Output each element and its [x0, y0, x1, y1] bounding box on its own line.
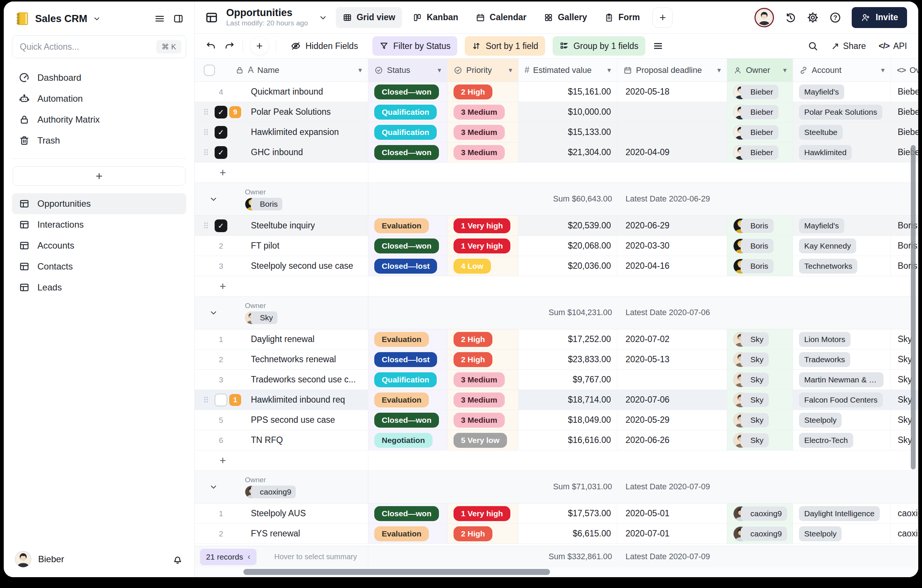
table-row[interactable]: ✓Hawklimited expansion Qualification 3 M…: [195, 122, 918, 142]
vertical-scrollbar[interactable]: [911, 145, 915, 469]
api-button[interactable]: </> API: [879, 41, 907, 51]
owner-cell[interactable]: Sky: [727, 350, 793, 370]
status-cell[interactable]: Evaluation: [368, 329, 448, 350]
name-cell[interactable]: 3Tradeworks second use c...: [195, 370, 368, 390]
active-collaborator-avatar[interactable]: [755, 8, 774, 27]
account-cell[interactable]: Mayfield's: [793, 82, 891, 102]
tab-gallery[interactable]: Gallery: [537, 7, 594, 28]
sidebar-item-leads[interactable]: Leads: [12, 277, 186, 298]
status-cell[interactable]: Qualification: [368, 370, 448, 390]
table-row[interactable]: 3Tradeworks second use c... Qualificatio…: [195, 370, 918, 390]
name-cell[interactable]: ✓Steeltube inquiry: [195, 216, 368, 236]
ov-cell[interactable]: caoxing9: [891, 503, 918, 524]
proposal-deadline-cell[interactable]: 2020-07-02: [617, 329, 727, 350]
owner-cell[interactable]: Sky: [727, 370, 793, 390]
owner-cell[interactable]: Bieber: [727, 122, 793, 142]
table-row[interactable]: 4Quickmart inbound Closed—won 2 High $15…: [195, 82, 918, 102]
drag-handle[interactable]: [203, 128, 213, 137]
estimated-value-cell[interactable]: $20,539.00: [518, 216, 617, 236]
estimated-value-cell[interactable]: $20,036.00: [518, 256, 617, 276]
owner-cell[interactable]: Sky: [727, 390, 793, 410]
drag-handle[interactable]: [203, 395, 213, 405]
estimated-value-cell[interactable]: $6,615.00: [518, 524, 617, 544]
group-owner-chip[interactable]: Sky: [245, 311, 278, 324]
add-table-button[interactable]: +: [13, 167, 185, 186]
workspace-name[interactable]: Sales CRM: [35, 13, 87, 24]
collapse-sidebar-icon[interactable]: [173, 13, 184, 24]
proposal-deadline-cell[interactable]: [617, 122, 727, 142]
group-sum[interactable]: Sum $104,231.00: [518, 296, 617, 329]
status-cell[interactable]: Evaluation: [368, 390, 448, 410]
sidebar-item-accounts[interactable]: Accounts: [12, 235, 186, 256]
collapse-group-icon[interactable]: [209, 483, 218, 492]
proposal-deadline-cell[interactable]: [617, 102, 727, 122]
quick-actions-input[interactable]: Quick Actions... ⌘ K: [12, 35, 186, 58]
chevron-down-icon[interactable]: ▾: [783, 66, 787, 74]
account-cell[interactable]: Electro-Tech: [793, 430, 891, 451]
chevron-down-icon[interactable]: ▾: [508, 66, 512, 74]
tab-grid-view[interactable]: Grid view: [336, 7, 402, 28]
row-checkbox[interactable]: ✓: [214, 126, 227, 139]
sidebar-item-contacts[interactable]: Contacts: [12, 256, 186, 277]
table-row[interactable]: 3Steelpoly second use case Closed—lost 4…: [195, 256, 918, 276]
row-checkbox[interactable]: ✓: [214, 146, 227, 159]
sidebar-item-authority-matrix[interactable]: Authority Matrix: [12, 109, 186, 130]
drag-handle[interactable]: [203, 221, 213, 230]
name-cell[interactable]: 2FYS renewal: [195, 524, 368, 544]
estimated-value-cell[interactable]: $15,133.00: [518, 122, 617, 142]
estimated-value-cell[interactable]: $16,616.00: [518, 430, 617, 451]
invite-button[interactable]: Invite: [852, 7, 907, 28]
status-cell[interactable]: Qualification: [368, 102, 448, 122]
priority-cell[interactable]: 3 Medium: [448, 122, 518, 142]
estimated-value-cell[interactable]: $18,049.00: [518, 410, 617, 430]
account-cell[interactable]: Steelpoly: [793, 410, 891, 430]
proposal-deadline-cell[interactable]: 2020-05-01: [617, 503, 727, 524]
owner-cell[interactable]: Boris: [727, 216, 793, 236]
ov-cell[interactable]: caoxing9: [891, 524, 918, 544]
table-row[interactable]: 5PPS second use case Closed—won 3 Medium…: [195, 410, 918, 430]
proposal-deadline-cell[interactable]: 2020-06-29: [617, 216, 727, 236]
group-latest-date[interactable]: Latest Date 2020-06-29: [617, 183, 727, 215]
redo-icon[interactable]: [224, 40, 235, 52]
owner-cell[interactable]: Sky: [727, 410, 793, 430]
estimated-value-cell[interactable]: $9,767.00: [518, 370, 617, 390]
chevron-down-icon[interactable]: ▾: [607, 66, 611, 74]
total-sum[interactable]: Sum $332,861.00: [518, 552, 617, 562]
help-icon[interactable]: ?: [829, 11, 841, 24]
account-cell[interactable]: Kay Kennedy: [793, 236, 891, 256]
status-cell[interactable]: Closed—won: [368, 142, 448, 163]
priority-cell[interactable]: 2 High: [448, 350, 518, 370]
group-sum[interactable]: Sum $71,031.00: [518, 470, 617, 503]
column-header-name[interactable]: A Name ▾: [195, 59, 368, 82]
owner-cell[interactable]: Boris: [727, 256, 793, 276]
share-button[interactable]: ↗ Share: [831, 40, 866, 52]
row-height-icon[interactable]: [653, 41, 663, 51]
table-row[interactable]: 1Hawklimited inbound req Evaluation 3 Me…: [195, 390, 918, 410]
proposal-deadline-cell[interactable]: 2020-05-18: [617, 82, 727, 102]
name-cell[interactable]: 1Hawklimited inbound req: [195, 390, 368, 410]
proposal-deadline-cell[interactable]: 2020-05-13: [617, 350, 727, 370]
sidebar-item-dashboard[interactable]: Dashboard: [12, 67, 186, 88]
estimated-value-cell[interactable]: $15,161.00: [518, 82, 617, 102]
add-row-button[interactable]: +: [195, 451, 368, 470]
table-row[interactable]: 2FYS renewal Evaluation 2 High $6,615.00…: [195, 524, 918, 544]
history-icon[interactable]: [785, 11, 796, 24]
table-row[interactable]: ✓9Polar Peak Solutions Qualification 3 M…: [195, 102, 918, 122]
proposal-deadline-cell[interactable]: 2020-06-26: [617, 430, 727, 451]
status-cell[interactable]: Closed—lost: [368, 350, 448, 370]
estimated-value-cell[interactable]: $20,068.00: [518, 236, 617, 256]
chevron-down-icon[interactable]: ▾: [358, 66, 362, 74]
priority-cell[interactable]: 3 Medium: [448, 370, 518, 390]
name-cell[interactable]: 5PPS second use case: [195, 410, 368, 430]
name-cell[interactable]: 3Steelpoly second use case: [195, 256, 368, 276]
horizontal-scrollbar[interactable]: [244, 569, 550, 575]
priority-cell[interactable]: 1 Very high: [448, 503, 518, 524]
workspace-logo-icon[interactable]: [14, 11, 30, 26]
add-view-button[interactable]: +: [652, 8, 673, 28]
owner-cell[interactable]: Bieber: [727, 142, 793, 163]
account-cell[interactable]: Mayfield's: [793, 216, 891, 236]
group-button[interactable]: Group by 1 fields: [553, 36, 645, 56]
column-header-proposal-deadline[interactable]: Proposal deadline ▾: [617, 59, 727, 82]
select-all-checkbox[interactable]: [204, 65, 215, 76]
group-latest-date[interactable]: Latest Date 2020-07-06: [617, 296, 727, 329]
